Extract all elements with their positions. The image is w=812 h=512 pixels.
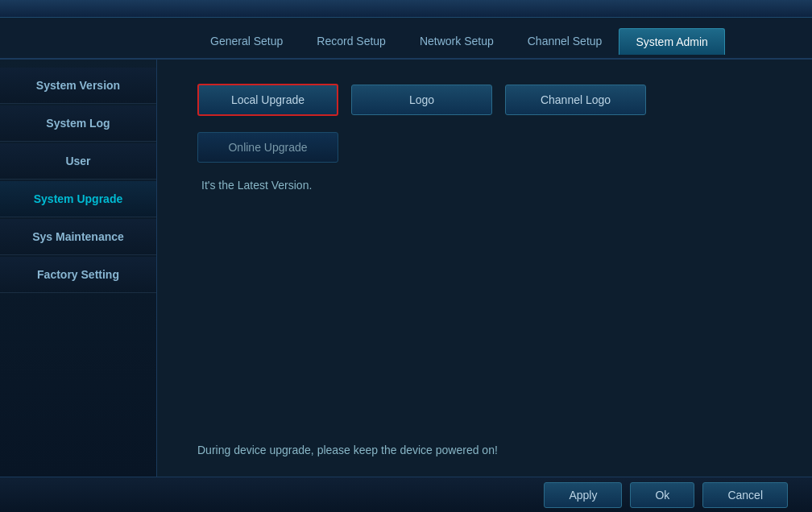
sidebar-item-system-upgrade[interactable]: System Upgrade [0, 181, 156, 217]
tab-channel-setup[interactable]: Channel Setup [511, 27, 619, 55]
sidebar-item-system-version[interactable]: System Version [0, 68, 156, 104]
channel-logo-button[interactable]: Channel Logo [505, 85, 646, 115]
bottom-bar: Apply Ok Cancel [0, 477, 812, 512]
content-area: Local Upgrade Logo Channel Logo Online U… [157, 60, 812, 477]
tab-bar: General Setup Record Setup Network Setup… [0, 18, 812, 60]
local-upgrade-button[interactable]: Local Upgrade [197, 84, 338, 116]
sidebar: System Version System Log User System Up… [0, 60, 157, 477]
tab-general-setup[interactable]: General Setup [193, 27, 300, 55]
ok-button[interactable]: Ok [630, 482, 694, 508]
cancel-button[interactable]: Cancel [702, 482, 788, 508]
status-message: It's the Latest Version. [201, 179, 780, 192]
sidebar-item-factory-setting[interactable]: Factory Setting [0, 257, 156, 293]
online-upgrade-button[interactable]: Online Upgrade [197, 132, 338, 163]
tab-network-setup[interactable]: Network Setup [403, 27, 511, 55]
logo-button[interactable]: Logo [351, 85, 492, 115]
button-row-2: Online Upgrade [197, 132, 780, 163]
tab-system-admin[interactable]: System Admin [619, 28, 724, 55]
top-bar [0, 0, 812, 18]
apply-button[interactable]: Apply [544, 482, 622, 508]
sidebar-item-system-log[interactable]: System Log [0, 105, 156, 142]
warning-message: During device upgrade, please keep the d… [197, 444, 498, 456]
button-row-1: Local Upgrade Logo Channel Logo [197, 84, 780, 116]
main-layout: System Version System Log User System Up… [0, 60, 812, 477]
sidebar-item-sys-maintenance[interactable]: Sys Maintenance [0, 219, 156, 255]
tab-record-setup[interactable]: Record Setup [300, 27, 403, 55]
sidebar-item-user[interactable]: User [0, 143, 156, 180]
